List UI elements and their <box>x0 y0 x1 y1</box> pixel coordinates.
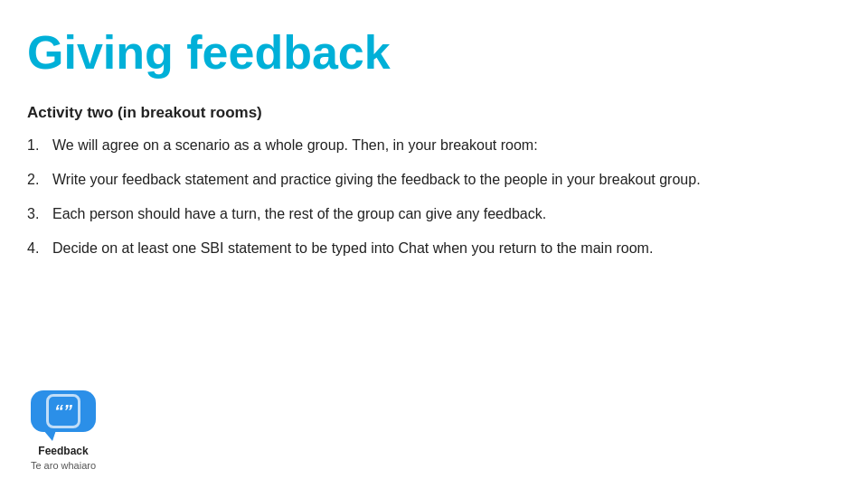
list-item: 2. Write your feedback statement and pra… <box>27 169 823 191</box>
list-text-3: Each person should have a turn, the rest… <box>52 203 823 225</box>
list-text-2: Write your feedback statement and practi… <box>52 169 823 191</box>
badge-label: Feedback Te aro whaiaro <box>31 445 96 472</box>
page-title: Giving feedback <box>27 27 823 79</box>
list-item: 4. Decide on at least one SBI statement … <box>27 238 823 259</box>
badge-label-main: Feedback <box>31 445 96 459</box>
list-item: 1. We will agree on a scenario as a whol… <box>27 135 823 156</box>
list-text-1: We will agree on a scenario as a whole g… <box>52 135 823 156</box>
list-number-4: 4. <box>27 238 52 259</box>
activity-list: 1. We will agree on a scenario as a whol… <box>27 135 823 259</box>
list-number-2: 2. <box>27 169 52 191</box>
page-container: Giving feedback Activity two (in breakou… <box>0 0 868 488</box>
feedback-badge: “” Feedback Te aro whaiaro <box>18 390 108 472</box>
badge-label-sub: Te aro whaiaro <box>31 459 96 472</box>
list-text-4: Decide on at least one SBI statement to … <box>52 238 823 259</box>
list-item: 3. Each person should have a turn, the r… <box>27 203 823 225</box>
activity-heading: Activity two (in breakout rooms) <box>27 104 823 122</box>
badge-icon-inner: “” <box>46 394 80 428</box>
list-number-1: 1. <box>27 135 52 156</box>
badge-bubble: “” <box>31 390 96 432</box>
feedback-icon: “” <box>54 402 72 420</box>
list-number-3: 3. <box>27 203 52 225</box>
